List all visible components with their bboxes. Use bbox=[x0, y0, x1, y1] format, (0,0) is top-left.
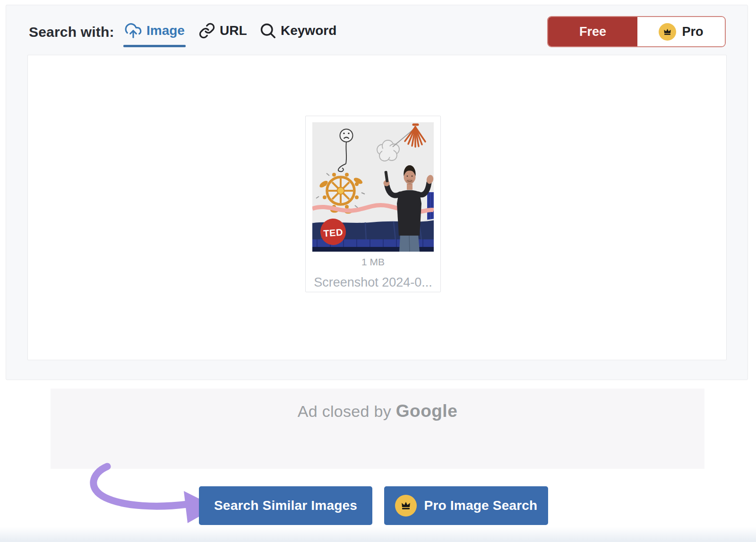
upload-dropzone[interactable]: TED bbox=[27, 55, 727, 360]
uploaded-image-thumbnail: TED bbox=[312, 122, 434, 252]
image-search-page: Search with: Image URL bbox=[0, 0, 756, 542]
ad-closed-text: Ad closed by Google bbox=[51, 401, 704, 421]
search-panel: Search with: Image URL bbox=[6, 5, 748, 380]
magnifier-icon bbox=[259, 22, 276, 39]
pro-image-search-label: Pro Image Search bbox=[424, 498, 538, 513]
free-plan-button[interactable]: Free bbox=[548, 17, 637, 46]
ad-text-prefix: Ad closed by bbox=[298, 402, 391, 420]
plan-toggle: Free Pro bbox=[547, 16, 726, 47]
tab-url-label: URL bbox=[220, 23, 247, 38]
active-tab-underline bbox=[123, 45, 186, 47]
search-similar-label: Search Similar Images bbox=[214, 498, 357, 513]
crown-icon bbox=[395, 495, 417, 517]
tab-image-label: Image bbox=[146, 23, 185, 38]
pro-plan-button[interactable]: Pro bbox=[637, 17, 725, 46]
tab-image[interactable]: Image bbox=[124, 20, 185, 41]
crown-icon bbox=[659, 23, 676, 41]
search-similar-images-button[interactable]: Search Similar Images bbox=[199, 486, 372, 525]
tab-url[interactable]: URL bbox=[198, 20, 247, 41]
tab-keyword-label: Keyword bbox=[281, 23, 336, 38]
link-icon bbox=[198, 22, 215, 39]
uploaded-file-card[interactable]: TED bbox=[305, 116, 441, 292]
search-with-label: Search with: bbox=[29, 24, 114, 40]
pro-plan-label: Pro bbox=[682, 25, 703, 39]
file-size: 1 MB bbox=[361, 256, 385, 268]
google-wordmark: Google bbox=[396, 401, 457, 421]
upload-cloud-icon bbox=[124, 22, 142, 40]
pro-image-search-button[interactable]: Pro Image Search bbox=[384, 486, 548, 525]
tab-keyword[interactable]: Keyword bbox=[259, 20, 336, 41]
ted-logo: TED bbox=[323, 227, 344, 239]
file-name: Screenshot 2024-0... bbox=[314, 275, 432, 290]
